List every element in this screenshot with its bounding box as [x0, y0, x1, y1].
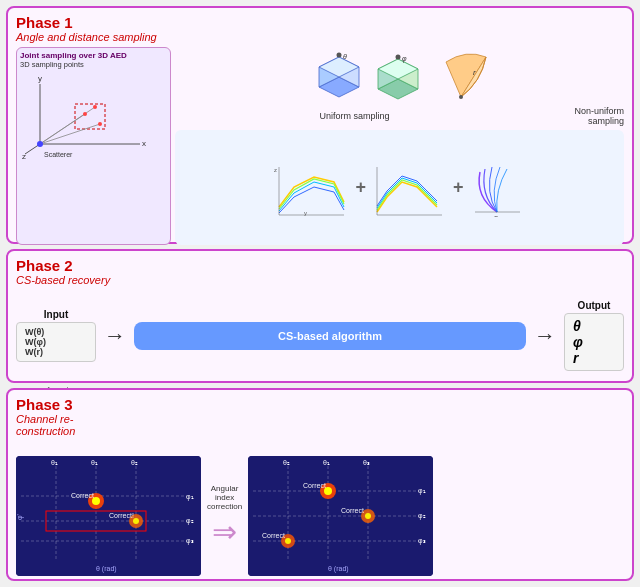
svg-text:z: z — [22, 152, 26, 159]
svg-text:z: z — [274, 167, 277, 173]
svg-point-13 — [37, 141, 43, 147]
phase3-header: Phase 3 — [16, 396, 624, 413]
svg-text:θ₁: θ₁ — [91, 459, 98, 466]
svg-text:Scatterer: Scatterer — [44, 151, 73, 158]
svg-text:y: y — [38, 74, 42, 83]
fan-r-icon: r — [431, 47, 491, 102]
svg-text:θ₂: θ₂ — [131, 459, 138, 466]
plus-sign-2: + — [453, 177, 464, 198]
phase1-content: Joint sampling over 3D AED 3D sampling p… — [16, 47, 624, 245]
phase2-header: Phase 2 — [16, 257, 624, 274]
svg-text:Correct: Correct — [303, 482, 326, 489]
output-r: r — [573, 350, 615, 366]
nonuniform-label: Non-uniformsampling — [544, 106, 624, 126]
phase3-label: Phase 3 — [16, 396, 73, 413]
svg-line-9 — [40, 124, 100, 144]
main-container: Phase 1 Angle and distance sampling Join… — [0, 0, 640, 587]
phase3-content: θ₁ θ₁ θ₂ φ₁ φ₂ φ₃ θ (rad) φ' Correct Cor… — [16, 439, 624, 587]
svg-text:θ (rad): θ (rad) — [96, 565, 117, 573]
output-section: Output θ φ r — [564, 300, 624, 371]
svg-text:θ: θ — [343, 53, 347, 60]
phase2-arrow-right-1: → — [104, 323, 126, 349]
svg-text:θ (rad): θ (rad) — [328, 565, 349, 573]
phase1-panel: Phase 1 Angle and distance sampling Join… — [6, 6, 634, 244]
svg-text:θ₂: θ₂ — [283, 459, 290, 466]
correction-label: Angularindexcorrection — [207, 484, 242, 511]
svg-text:φ': φ' — [16, 514, 24, 520]
sampling-box-r: r — [431, 47, 491, 102]
phase1-left: Joint sampling over 3D AED 3D sampling p… — [16, 47, 171, 245]
input-w-phi: W(φ) — [25, 337, 87, 347]
svg-text:r: r — [473, 68, 476, 77]
surface-plots-area: y z + y + — [175, 130, 624, 245]
input-label: Input — [44, 309, 68, 320]
surface-plot-3: π — [470, 157, 525, 217]
heatmap-after-svg: θ₂ θ₁ θ₃ φ₁ φ₂ φ₃ Correct Correct Correc… — [248, 456, 433, 576]
input-functions-box: W(θ) W(φ) W(r) — [16, 322, 96, 362]
phase3-panel: Phase 3 Channel re-construction — [6, 388, 634, 581]
svg-point-12 — [98, 122, 102, 126]
svg-text:φ₂: φ₂ — [418, 512, 426, 520]
heatmap-after: θ₂ θ₁ θ₃ φ₁ φ₂ φ₃ Correct Correct Correc… — [248, 456, 433, 576]
scatter-diagram: x y z Scatterer — [20, 69, 160, 159]
input-section: Input W(θ) W(φ) W(r) — [16, 309, 96, 362]
uniform-label: Uniform sampling — [175, 111, 534, 121]
svg-text:φ₂: φ₂ — [186, 517, 194, 525]
svg-text:Correct: Correct — [262, 532, 285, 539]
svg-text:φ₁: φ₁ — [418, 487, 426, 495]
svg-point-28 — [459, 95, 463, 99]
svg-text:Correct!: Correct! — [109, 512, 134, 519]
phase2-content: Input W(θ) W(φ) W(r) → CS-based algorith… — [16, 288, 624, 384]
svg-point-70 — [365, 513, 371, 519]
cs-algorithm-box: CS-based algorithm — [134, 322, 526, 350]
svg-text:φ₃: φ₃ — [186, 537, 194, 545]
output-phi: φ — [573, 334, 615, 350]
output-theta: θ — [573, 318, 615, 334]
svg-text:θ₁: θ₁ — [51, 459, 58, 466]
svg-text:φ: φ — [402, 55, 407, 63]
plus-sign-1: + — [355, 177, 366, 198]
phase2-subtitle: CS-based recovery — [16, 274, 624, 286]
svg-line-8 — [40, 107, 95, 144]
cube-phi-icon: φ — [370, 47, 425, 102]
heatmap-before-svg: θ₁ θ₁ θ₂ φ₁ φ₂ φ₃ θ (rad) φ' Correct Cor… — [16, 456, 201, 576]
phase2-label: Phase 2 — [16, 257, 73, 274]
phase1-subtitle: Angle and distance sampling — [16, 31, 624, 44]
correction-section: Angularindexcorrection ⇒ — [207, 484, 242, 549]
phase1-header: Phase 1 — [16, 14, 624, 31]
joint-sampling-box: Joint sampling over 3D AED 3D sampling p… — [16, 47, 171, 245]
phase3-subtitle: Channel re-construction — [16, 413, 624, 437]
surface-plot-2: y — [372, 157, 447, 217]
svg-text:φ₃: φ₃ — [418, 537, 426, 545]
phase2-arrow-right-2: → — [534, 323, 556, 349]
svg-point-25 — [395, 55, 400, 60]
phase1-right: θ φ — [175, 47, 624, 245]
output-params-box: θ φ r — [564, 313, 624, 371]
svg-point-72 — [285, 538, 291, 544]
svg-point-11 — [93, 105, 97, 109]
input-w-theta: W(θ) — [25, 327, 87, 337]
cube-theta-icon: θ — [309, 47, 364, 102]
sampling-box-theta: θ — [309, 47, 364, 102]
svg-text:φ₁: φ₁ — [186, 493, 194, 501]
correction-arrow-icon: ⇒ — [212, 514, 237, 549]
svg-text:y: y — [304, 210, 307, 216]
phase2-panel: Phase 2 CS-based recovery Input W(θ) W(φ… — [6, 249, 634, 383]
sampling-types: θ φ — [175, 47, 624, 102]
heatmap-before: θ₁ θ₁ θ₂ φ₁ φ₂ φ₃ θ (rad) φ' Correct Cor… — [16, 456, 201, 576]
sampling-box-phi: φ — [370, 47, 425, 102]
output-label: Output — [578, 300, 611, 311]
svg-text:Correct: Correct — [341, 507, 364, 514]
input-w-r: W(r) — [25, 347, 87, 357]
svg-point-19 — [336, 53, 341, 58]
joint-title: Joint sampling over 3D AED — [20, 51, 167, 60]
surface-plot-1: y z — [274, 157, 349, 217]
svg-text:x: x — [142, 139, 146, 148]
svg-text:θ₁: θ₁ — [323, 459, 330, 466]
svg-point-10 — [83, 112, 87, 116]
svg-text:Correct: Correct — [71, 492, 94, 499]
phase1-label: Phase 1 — [16, 14, 73, 31]
joint-sub: 3D sampling points — [20, 60, 167, 69]
svg-text:θ₃: θ₃ — [363, 459, 370, 466]
cs-label: CS-based algorithm — [278, 330, 382, 342]
